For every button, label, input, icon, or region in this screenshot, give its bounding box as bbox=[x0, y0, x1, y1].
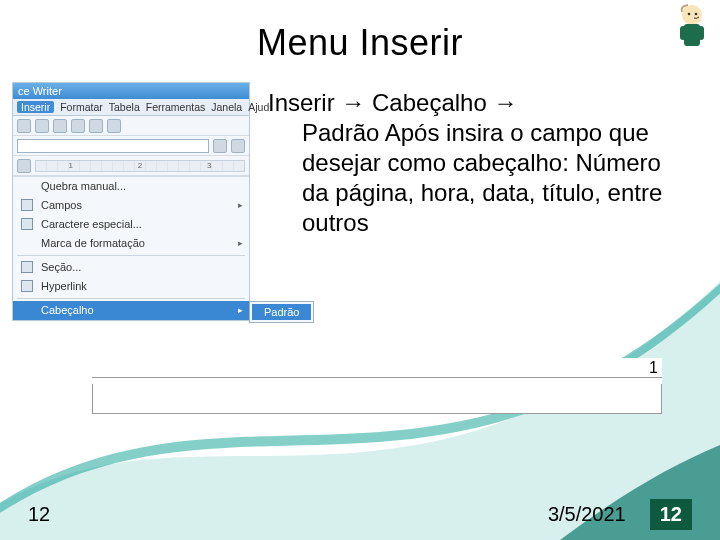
toolbar-row-1 bbox=[13, 116, 249, 136]
toolbar-icon[interactable] bbox=[213, 139, 227, 153]
submenu-item-padrao[interactable]: Padrão bbox=[252, 304, 311, 320]
menu-item-quebra-manual[interactable]: Quebra manual... bbox=[13, 177, 249, 196]
cabecalho-submenu: Padrão bbox=[249, 301, 314, 323]
toolbar-row-2 bbox=[13, 136, 249, 156]
menu-item-cabecalho[interactable]: Cabeçalho ▸ Padrão bbox=[13, 301, 249, 320]
svg-point-5 bbox=[695, 13, 698, 16]
menu-item-hyperlink[interactable]: Hyperlink bbox=[13, 277, 249, 296]
tag-icon bbox=[21, 199, 33, 211]
slide-number-badge: 12 bbox=[650, 499, 692, 530]
window-titlebar: ce Writer bbox=[13, 83, 249, 99]
menu-ferramentas[interactable]: Ferramentas bbox=[146, 101, 206, 113]
svg-rect-2 bbox=[680, 26, 686, 40]
cartoon-character bbox=[670, 2, 714, 58]
slide-body-text: Inserir → Cabeçalho → Padrão Após insira… bbox=[268, 82, 688, 238]
font-combo[interactable] bbox=[17, 139, 209, 153]
link-icon bbox=[21, 280, 33, 292]
char-icon bbox=[21, 218, 33, 230]
ruler-tick: 1 bbox=[68, 161, 72, 170]
menu-separator bbox=[17, 255, 245, 256]
menu-item-label: Marca de formatação bbox=[41, 237, 145, 249]
inserir-dropdown: Quebra manual... Campos ▸ Caractere espe… bbox=[13, 176, 249, 320]
svg-point-4 bbox=[688, 13, 691, 16]
ruler-margin-icon bbox=[17, 159, 31, 173]
menu-separator bbox=[17, 298, 245, 299]
ruler-tick: 3 bbox=[207, 161, 211, 170]
menu-item-campos[interactable]: Campos ▸ bbox=[13, 196, 249, 215]
menu-janela[interactable]: Janela bbox=[211, 101, 242, 113]
svg-point-0 bbox=[682, 5, 702, 25]
toolbar-icon[interactable] bbox=[35, 119, 49, 133]
menu-item-label: Cabeçalho bbox=[41, 304, 94, 316]
menu-item-label: Quebra manual... bbox=[41, 180, 126, 192]
header-field-demo: 1 bbox=[92, 358, 662, 414]
header-region: 1 bbox=[92, 358, 662, 378]
slide-date: 3/5/2021 bbox=[548, 503, 626, 526]
menu-item-label: Hyperlink bbox=[41, 280, 87, 292]
submenu-chevron-icon: ▸ bbox=[238, 200, 243, 210]
slide-number-left: 12 bbox=[28, 503, 50, 526]
toolbar-icon[interactable] bbox=[107, 119, 121, 133]
menu-formatar[interactable]: Formatar bbox=[60, 101, 103, 113]
menu-item-marca-formatacao[interactable]: Marca de formatação ▸ bbox=[13, 234, 249, 253]
slide-footer: 12 3/5/2021 12 bbox=[0, 499, 720, 530]
section-icon bbox=[21, 261, 33, 273]
writer-menu-screenshot: ce Writer Inserir Formatar Tabela Ferram… bbox=[12, 82, 250, 321]
menu-item-label: Campos bbox=[41, 199, 82, 211]
document-body-region bbox=[92, 384, 662, 414]
svg-rect-1 bbox=[684, 24, 700, 46]
toolbar-icon[interactable] bbox=[231, 139, 245, 153]
menubar: Inserir Formatar Tabela Ferramentas Jane… bbox=[13, 99, 249, 116]
submenu-chevron-icon: ▸ bbox=[238, 238, 243, 248]
menu-item-secao[interactable]: Seção... bbox=[13, 258, 249, 277]
body-lead: Inserir → Cabeçalho → bbox=[268, 89, 517, 116]
menu-item-label: Caractere especial... bbox=[41, 218, 142, 230]
ruler-row: 1 2 3 bbox=[13, 156, 249, 176]
ruler: 1 2 3 bbox=[35, 160, 245, 172]
svg-rect-3 bbox=[698, 26, 704, 40]
toolbar-icon[interactable] bbox=[71, 119, 85, 133]
slide-title: Menu Inserir bbox=[0, 22, 720, 64]
menu-item-caractere-especial[interactable]: Caractere especial... bbox=[13, 215, 249, 234]
toolbar-icon[interactable] bbox=[53, 119, 67, 133]
toolbar-icon[interactable] bbox=[89, 119, 103, 133]
menu-tabela[interactable]: Tabela bbox=[109, 101, 140, 113]
toolbar-icon[interactable] bbox=[17, 119, 31, 133]
ruler-tick: 2 bbox=[138, 161, 142, 170]
menu-ajuda[interactable]: Ajud bbox=[248, 101, 269, 113]
menu-inserir[interactable]: Inserir bbox=[17, 101, 54, 113]
submenu-chevron-icon: ▸ bbox=[238, 305, 243, 315]
page-number-field: 1 bbox=[649, 359, 658, 377]
menu-item-label: Seção... bbox=[41, 261, 81, 273]
body-rest: Padrão Após insira o campo que desejar c… bbox=[268, 118, 688, 238]
